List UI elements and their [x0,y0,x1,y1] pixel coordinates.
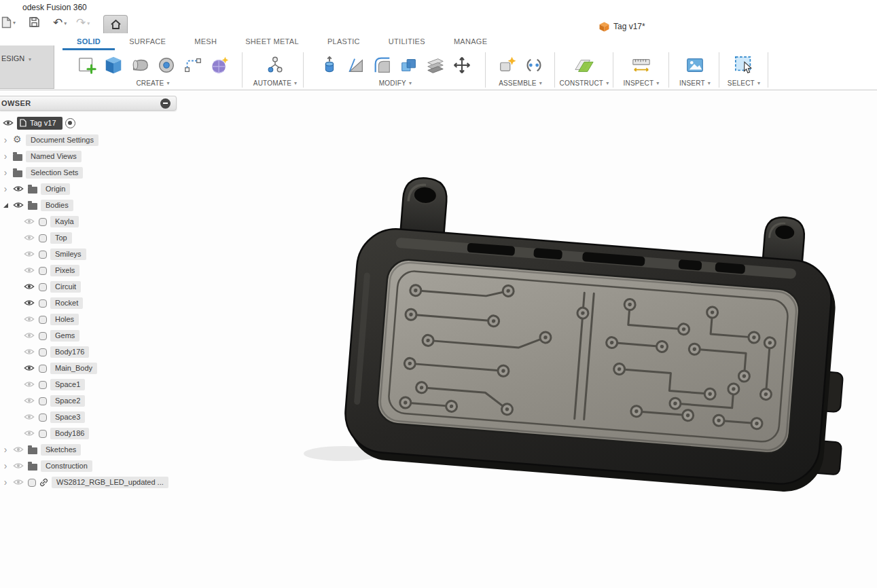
browser-item-label[interactable]: WS2812_RGB_LED_updated ... [52,477,168,488]
browser-item-label[interactable]: Origin [41,183,70,195]
ribbon-tab-surface[interactable]: SURFACE [115,35,180,50]
inspect-dropdown[interactable]: INSPECT▾ [624,79,660,87]
browser-item[interactable]: Selection Sets [0,164,177,181]
pipe-icon[interactable] [181,54,204,77]
browser-item-label[interactable]: Top [50,232,72,244]
home-view-button[interactable] [103,15,128,33]
browser-item-label[interactable]: Space3 [50,411,85,423]
ribbon-tab-sheet-metal[interactable]: SHEET METAL [231,35,313,50]
select-dropdown[interactable]: SELECT▾ [728,79,760,87]
redo-button[interactable]: ↷ ▾ [76,16,90,30]
workspace-selector[interactable]: ESIGN ▾ [0,45,54,89]
visibility-eye-icon[interactable] [24,251,35,258]
expand-arrow-icon[interactable] [1,477,10,487]
browser-item-label[interactable]: Body186 [50,428,89,439]
measure-icon[interactable] [630,54,653,77]
visibility-eye-icon[interactable] [24,316,35,323]
automate-dropdown[interactable]: AUTOMATE▾ [253,79,297,87]
visibility-eye-icon[interactable] [24,348,35,356]
browser-item-label[interactable]: Rocket [50,297,83,309]
expand-arrow-icon[interactable] [1,135,10,145]
visibility-eye-icon[interactable] [24,234,35,242]
visibility-eye-icon[interactable] [24,332,35,339]
browser-item-label[interactable]: Kayla [50,216,79,227]
browser-item[interactable]: Construction [0,458,177,474]
browser-item-label[interactable]: Gems [50,330,79,342]
select-cursor-icon[interactable] [732,54,755,77]
browser-item[interactable]: WS2812_RGB_LED_updated ... [0,474,177,490]
undo-button[interactable]: ↶ ▾ [53,16,67,30]
expand-arrow-icon[interactable] [1,461,10,471]
ribbon-tab-solid[interactable]: SOLID [62,35,115,50]
browser-item[interactable]: Gems [0,327,177,344]
browser-item-label[interactable]: Named Views [26,151,82,162]
visibility-eye-icon[interactable] [13,185,24,193]
revolve-icon[interactable] [155,54,178,77]
ribbon-tab-plastic[interactable]: PLASTIC [313,35,374,50]
move-copy-icon[interactable] [450,54,473,77]
browser-collapse-button[interactable] [160,98,171,109]
browser-item-label[interactable]: Construction [41,460,92,472]
browser-item-label[interactable]: Pixels [50,265,79,276]
browser-item[interactable]: Circuit [0,278,177,295]
document-tab[interactable]: Tag v17* [599,19,645,34]
browser-item-label[interactable]: Holes [50,314,79,325]
visibility-eye-icon[interactable] [24,414,35,421]
badge-model[interactable] [342,173,860,496]
browser-item[interactable]: Main_Body [0,360,177,376]
joint-icon[interactable] [522,54,545,77]
visibility-eye-icon[interactable] [13,202,24,209]
browser-item-label[interactable]: Body176 [50,346,89,358]
browser-item[interactable]: Sketches [0,441,177,458]
assemble-dropdown[interactable]: ASSEMBLE▾ [499,79,542,87]
visibility-eye-icon[interactable] [13,479,24,486]
press-pull-icon[interactable] [318,54,341,77]
visibility-eye-icon[interactable] [24,397,35,405]
ribbon-tab-mesh[interactable]: MESH [180,35,231,50]
split-body-icon[interactable] [424,54,447,77]
save-button[interactable] [29,16,40,28]
fillet-icon[interactable] [371,54,394,77]
canvas-image-icon[interactable] [683,54,706,77]
browser-item[interactable]: Rocket [0,295,177,311]
visibility-eye-icon[interactable] [24,381,35,388]
browser-item[interactable]: Body176 [0,344,177,360]
create-sketch-icon[interactable] [75,54,99,77]
browser-item-label[interactable]: Bodies [41,200,73,211]
browser-item[interactable]: Kayla [0,213,177,229]
browser-item-label[interactable]: Circuit [50,281,81,293]
browser-item[interactable]: Top [0,229,177,246]
expand-arrow-icon[interactable] [1,168,10,177]
browser-item[interactable]: Holes [0,311,177,327]
browser-item[interactable]: Origin [0,181,177,197]
expand-arrow-icon[interactable] [1,184,10,194]
visibility-eye-icon[interactable] [13,462,24,470]
visibility-eye-icon[interactable] [24,218,35,225]
visibility-eye-icon[interactable] [3,120,14,127]
visibility-eye-icon[interactable] [13,446,24,454]
browser-item-label[interactable]: Space2 [50,395,85,407]
construct-dropdown[interactable]: CONSTRUCT▾ [560,79,609,87]
expand-arrow-icon[interactable] [1,151,10,161]
combine-icon[interactable] [397,54,420,77]
draft-icon[interactable] [344,54,368,77]
browser-item[interactable]: Smileys [0,246,177,262]
expand-arrow-icon[interactable] [1,445,10,454]
form-icon[interactable] [208,54,231,77]
visibility-eye-icon[interactable] [24,299,35,307]
box-icon[interactable] [102,54,125,77]
create-dropdown[interactable]: CREATE▾ [136,79,169,87]
ribbon-tab-manage[interactable]: MANAGE [440,35,501,50]
construction-plane-icon[interactable] [573,54,596,77]
browser-item[interactable]: Space1 [0,376,177,392]
sweep-icon[interactable] [128,54,151,77]
browser-item-label[interactable]: Sketches [41,444,81,456]
browser-item[interactable]: Body186 [0,425,177,441]
browser-item-label[interactable]: Selection Sets [26,167,83,179]
browser-item[interactable]: Space2 [0,392,177,409]
browser-item-label[interactable]: Main_Body [50,363,97,374]
visibility-eye-icon[interactable] [24,430,35,437]
ribbon-tab-utilities[interactable]: UTILITIES [374,35,440,50]
browser-item[interactable]: Named Views [0,148,177,164]
browser-item-label[interactable]: Space1 [50,379,85,390]
